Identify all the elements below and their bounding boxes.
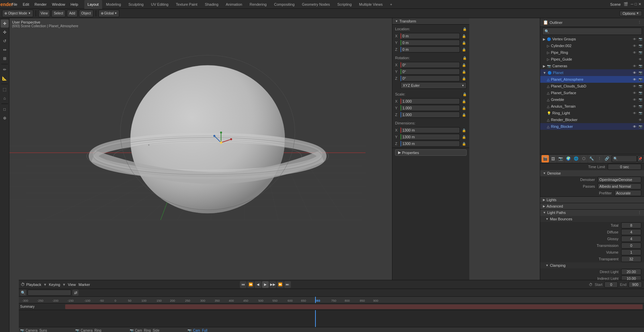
select-menu[interactable]: Select [51, 10, 66, 17]
ring-light-vis-btn[interactable]: 👁 [632, 111, 637, 115]
tab-animation[interactable]: Animation [222, 0, 246, 9]
glossy-bounces-value[interactable]: 4 [621, 236, 641, 242]
pipes-guide-vis-btn[interactable]: 👁 [638, 57, 643, 62]
rotate-tool[interactable]: ↺ [1, 37, 9, 45]
playback-label[interactable]: Playback [26, 283, 41, 287]
render-icon-world[interactable]: 🌐 [572, 155, 580, 162]
location-z-lock[interactable]: 🔒 [461, 47, 467, 52]
direct-light-value[interactable]: 20.00 [621, 269, 641, 275]
tab-sculpting[interactable]: Sculpting [125, 0, 147, 9]
transform-tool[interactable]: ⊞ [1, 54, 9, 63]
anulus-vis-btn[interactable]: 👁 [632, 104, 637, 109]
frame-end-value[interactable]: 900 [629, 282, 642, 288]
clamping-header[interactable]: ▼ Clamping [540, 262, 644, 268]
cylinder-vis-btn[interactable]: 👁 [632, 43, 637, 48]
lights-header[interactable]: ▶ Lights [540, 197, 644, 203]
render-pin-btn[interactable]: 📌 [637, 155, 643, 162]
cursor-tool[interactable]: ✛ [1, 20, 9, 28]
rotation-x-value[interactable]: 0° [400, 62, 460, 68]
ring-blocker-render-btn[interactable]: 📷 [638, 124, 643, 129]
render-icon-particles[interactable]: ⋮ [596, 155, 603, 162]
outliner-item-planet-atmosphere[interactable]: △ Planet_Atmosphere 👁 📷 [540, 76, 644, 83]
minimize-btn[interactable]: ─ [631, 2, 634, 6]
scale-z-value[interactable]: 1.000 [400, 112, 460, 118]
scale-x-lock[interactable]: 🔒 [461, 99, 467, 104]
rotation-mode-dropdown[interactable]: XYZ Euler ▼ [400, 82, 467, 89]
advanced-header[interactable]: ▶ Advanced [540, 203, 644, 209]
mode-selector[interactable]: ⊕ Object Mode ▼ [2, 10, 33, 17]
box-select-tool[interactable]: ⬚ [1, 85, 9, 94]
render-icon-scene[interactable]: 🌍 [565, 155, 572, 162]
location-z-value[interactable]: 0 m [400, 46, 460, 52]
menu-help[interactable]: Help [68, 0, 81, 9]
scale-y-lock[interactable]: 🔒 [461, 105, 467, 111]
jump-end-btn[interactable]: ⏭ [284, 281, 291, 288]
tab-compositing[interactable]: Compositing [271, 0, 298, 9]
outliner-item-greeble[interactable]: △ Greeble 👁 📷 [540, 96, 644, 103]
diffuse-bounces-value[interactable]: 4 [621, 229, 641, 235]
outliner-item-planet[interactable]: ▼ 🔵 Planet 👁 📷 [540, 69, 644, 76]
greeble-render-btn[interactable]: 📷 [638, 97, 643, 102]
keying-label[interactable]: Keying [49, 283, 60, 287]
render-icon-constraints[interactable]: 🔗 [603, 155, 611, 162]
scale-tool[interactable]: ⇔ [1, 46, 9, 54]
add-cube-tool[interactable]: □ [1, 105, 9, 113]
max-bounces-header[interactable]: ▼ Max Bounces [540, 216, 644, 222]
outliner-item-planet-surface[interactable]: △ Planet_Surface 👁 📷 [540, 89, 644, 96]
jump-start-btn[interactable]: ⏮ [240, 281, 247, 288]
outliner-item-cylinder[interactable]: ▷ Cylinder.002 👁 📷 [540, 42, 644, 49]
measure-tool[interactable]: 📐 [1, 74, 9, 82]
move-tool[interactable]: ✜ [1, 28, 9, 36]
time-limit-value[interactable]: 0 sec [608, 164, 641, 170]
object-menu[interactable]: Object [79, 10, 93, 17]
indirect-light-value[interactable]: 10.00 [621, 275, 641, 280]
outliner-item-cameras[interactable]: ▶ 📷 Cameras 👁 📷 [540, 63, 644, 69]
tab-uv-editing[interactable]: UV Editing [147, 0, 172, 9]
scale-x-value[interactable]: 1.000 [400, 98, 460, 104]
ring-blocker-vis-btn[interactable]: 👁 [632, 124, 637, 129]
planet-surface-vis-btn[interactable]: 👁 [632, 90, 637, 95]
scale-z-lock[interactable]: 🔒 [461, 112, 467, 117]
scale-y-value[interactable]: 1.000 [400, 105, 460, 111]
dimensions-y-value[interactable]: 1300 m [400, 134, 460, 140]
outliner-search[interactable]: 🔍 [542, 28, 642, 35]
lasso-select-tool[interactable]: ⌂ [1, 94, 9, 102]
rotation-x-lock[interactable]: 🔒 [461, 62, 467, 68]
light-paths-options-icon[interactable]: ⋮ [638, 211, 641, 215]
rotation-z-lock[interactable]: 🔒 [461, 76, 467, 81]
timeline-search-input[interactable] [28, 290, 71, 296]
tab-rendering[interactable]: Rendering [246, 0, 270, 9]
pipe-ring-vis-btn[interactable]: 👁 [632, 50, 637, 55]
render-icon-output[interactable]: 🖼 [549, 155, 557, 162]
options-button[interactable]: Options ▼ [619, 11, 642, 16]
cameras-render-btn[interactable]: 📷 [638, 64, 643, 68]
prefilter-value[interactable]: Accurate [614, 190, 641, 196]
dimensions-z-value[interactable]: 1300 m [400, 141, 460, 147]
total-bounces-value[interactable]: 8 [621, 222, 641, 228]
timeline-marker-label[interactable]: Marker [79, 283, 90, 287]
render-icon-view-layer[interactable]: 📷 [557, 155, 564, 162]
menu-window[interactable]: Window [49, 0, 68, 9]
planet-render-btn[interactable]: 📷 [638, 70, 643, 75]
dimensions-y-lock[interactable]: 🔒 [461, 134, 467, 140]
play-btn[interactable]: ▶ [262, 281, 269, 288]
location-y-value[interactable]: 0 m [400, 40, 460, 46]
outliner-item-ring-light[interactable]: 💡 Ring_Light 👁 📷 [540, 110, 644, 116]
timeline-tracks[interactable]: Summary [19, 303, 644, 327]
render-search[interactable]: 🔍 [612, 155, 637, 162]
view-menu[interactable]: View [38, 10, 50, 17]
location-y-lock[interactable]: 🔒 [461, 40, 467, 45]
properties-button[interactable]: ▶ Properties [395, 149, 467, 156]
cameras-vis-btn[interactable]: 👁 [632, 64, 637, 68]
outliner-item-planet-clouds[interactable]: △ Planet_Clouds_SubD 👁 📷 [540, 83, 644, 89]
timeline-view-label[interactable]: View [68, 283, 76, 287]
render-icon-camera[interactable]: 🎬 [542, 155, 549, 162]
pipe-ring-render-btn[interactable]: 📷 [638, 50, 643, 55]
ring-light-render-btn[interactable]: 📷 [638, 111, 643, 115]
transform-orientations[interactable]: ⊕ Global ▼ [98, 10, 120, 17]
menu-render[interactable]: Render [32, 0, 49, 9]
planet-atm-vis-btn[interactable]: 👁 [632, 77, 637, 82]
render-blocker-vis-btn[interactable]: 👁 [638, 117, 643, 122]
planet-clouds-vis-btn[interactable]: 👁 [632, 84, 637, 88]
dimensions-x-lock[interactable]: 🔒 [461, 127, 467, 133]
